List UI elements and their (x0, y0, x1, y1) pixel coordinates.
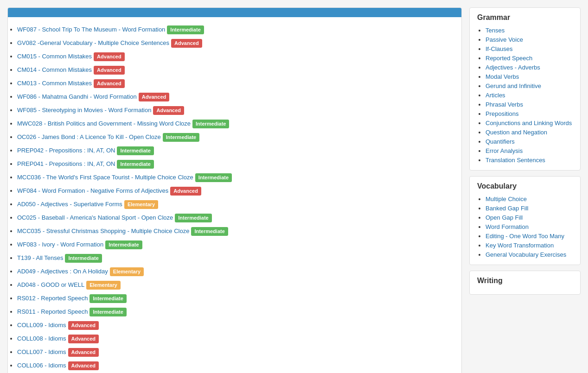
list-item: CM013 - Common MistakesAdvanced (17, 76, 458, 90)
sidebar-link[interactable]: Editing - One Word Too Many (486, 233, 564, 240)
exercise-link[interactable]: MCC035 - Stressful Christmas Shopping - … (17, 228, 189, 234)
sidebar-section-title: Vocabulary (477, 182, 573, 190)
sidebar-link[interactable]: Question and Negation (486, 129, 547, 136)
sidebar-section: VocabularyMultiple ChoiceBanked Gap Fill… (469, 176, 581, 265)
list-item: GV082 -General Vocabulary - Multiple Cho… (17, 36, 458, 50)
level-badge: Advanced (139, 93, 170, 101)
list-item: T139 - All TensesIntermediate (17, 251, 458, 265)
sidebar-link[interactable]: Reported Speech (486, 55, 532, 62)
level-badge: Intermediate (163, 133, 199, 142)
sidebar-list-item: If-Clauses (486, 44, 573, 53)
exercise-link[interactable]: RS012 - Reported Speech (17, 295, 88, 302)
exercise-link[interactable]: COLL009 - Idioms (17, 322, 66, 329)
exercise-link[interactable]: AD049 - Adjectives : On A Holiday (17, 268, 108, 275)
sidebar-link[interactable]: Quantifiers (486, 138, 515, 145)
sidebar-list-item: Quantifiers (486, 137, 573, 146)
exercises-box: WF087 - School Trip To The Museum - Word… (7, 7, 462, 373)
exercise-link[interactable]: CM013 - Common Mistakes (17, 80, 92, 87)
sidebar-list: TensesPassive VoiceIf-ClausesReported Sp… (477, 25, 573, 164)
list-item: AD049 - Adjectives : On A HolidayElement… (17, 265, 458, 278)
exercise-link[interactable]: WF087 - School Trip To The Museum - Word… (17, 26, 165, 33)
exercise-link[interactable]: COLL007 - Idioms (17, 348, 66, 355)
exercise-link[interactable]: OC025 - Baseball - America's National Sp… (17, 214, 173, 221)
level-badge: Elementary (110, 267, 144, 276)
sidebar-link[interactable]: Passive Voice (486, 36, 523, 43)
level-badge: Advanced (68, 335, 99, 343)
exercise-link[interactable]: PREP041 - Prepositions : IN, AT, ON (17, 160, 115, 167)
sidebar-list-item: Editing - One Word Too Many (486, 231, 573, 240)
sidebar-list-item: Conjunctions and Linking Words (486, 118, 573, 127)
sidebar-link[interactable]: Key Word Transformation (486, 242, 554, 249)
exercise-link[interactable]: CM014 - Common Mistakes (17, 66, 92, 73)
level-badge: Intermediate (117, 146, 153, 155)
sidebar-link[interactable]: Open Gap Fill (486, 214, 523, 221)
list-item: CM015 - Common MistakesAdvanced (17, 50, 458, 63)
sidebar-link[interactable]: Articles (486, 92, 505, 99)
sidebar-list-item: Adjectives - Adverbs (486, 63, 573, 72)
level-badge: Elementary (124, 200, 158, 209)
sidebar-link[interactable]: Translation Sentences (486, 157, 545, 164)
list-item: MWC028 - British Politics and Government… (17, 117, 458, 130)
list-item: PREP041 - Prepositions : IN, AT, ONInter… (17, 157, 458, 171)
sidebar-link[interactable]: Word Formation (486, 223, 529, 230)
sidebar-list-item: Phrasal Verbs (486, 100, 573, 109)
sidebar-list-item: Reported Speech (486, 53, 573, 63)
sidebar-section-title: Writing (477, 277, 573, 285)
sidebar-link[interactable]: Error Analysis (486, 147, 523, 154)
level-badge: Advanced (94, 79, 125, 88)
exercise-link[interactable]: CM015 - Common Mistakes (17, 53, 92, 60)
sidebar-list-item: Tenses (486, 25, 573, 35)
list-item: PREP042 - Prepositions : IN, AT, ONInter… (17, 144, 458, 157)
sidebar-link[interactable]: Phrasal Verbs (486, 101, 523, 108)
exercise-link[interactable]: T139 - All Tenses (17, 254, 63, 261)
sidebar-link[interactable]: General Vocabulary Exercises (486, 251, 566, 258)
sidebar-link[interactable]: Gerund and Infinitive (486, 82, 541, 89)
sidebar-link[interactable]: If-Clauses (486, 45, 513, 52)
sidebar-list-item: Banked Gap Fill (486, 203, 573, 213)
level-badge: Advanced (171, 39, 202, 48)
sidebar-list-item: Gerund and Infinitive (486, 81, 573, 90)
sidebar-link[interactable]: Prepositions (486, 110, 519, 117)
exercise-link[interactable]: OC026 - James Bond : A Licence To Kill -… (17, 133, 161, 140)
sidebar-link[interactable]: Adjectives - Adverbs (486, 64, 540, 71)
sidebar-list-item: Error Analysis (486, 146, 573, 155)
exercise-link[interactable]: COLL008 - Idioms (17, 335, 66, 342)
level-badge: Intermediate (192, 120, 229, 128)
level-badge: Intermediate (167, 25, 204, 34)
list-item: MCC035 - Stressful Christmas Shopping - … (17, 224, 458, 238)
list-item: COLL008 - IdiomsAdvanced (17, 332, 458, 345)
list-item: AD048 - GOOD or WELLElementary (17, 278, 458, 291)
level-badge: Intermediate (89, 308, 126, 316)
sidebar-link[interactable]: Modal Verbs (486, 73, 519, 80)
exercise-link[interactable]: WF083 - Ivory - Word Formation (17, 241, 103, 248)
level-badge: Advanced (68, 348, 99, 357)
exercise-link[interactable]: WF085 - Stereotyping in Movies - Word Fo… (17, 107, 151, 114)
list-item: WF087 - School Trip To The Museum - Word… (17, 23, 458, 36)
list-item: MCC036 - The World's First Space Tourist… (17, 171, 458, 184)
exercise-link[interactable]: AD050 - Adjectives - Superlative Forms (17, 201, 122, 208)
sidebar-link[interactable]: Multiple Choice (486, 196, 527, 202)
exercise-link[interactable]: COLL006 - Idioms (17, 362, 66, 369)
sidebar-link[interactable]: Tenses (486, 27, 505, 34)
exercise-link[interactable]: AD048 - GOOD or WELL (17, 281, 84, 288)
level-badge: Intermediate (191, 227, 228, 236)
exercise-link[interactable]: RS011 - Reported Speech (17, 308, 88, 315)
list-item: WF084 - Word Formation - Negative Forms … (17, 184, 458, 197)
sidebar-list-item: Question and Negation (486, 127, 573, 137)
exercise-link[interactable]: GV082 -General Vocabulary - Multiple Cho… (17, 39, 169, 46)
level-badge: Advanced (68, 361, 99, 370)
sidebar-section: GrammarTensesPassive VoiceIf-ClausesRepo… (469, 7, 581, 171)
sidebar-link[interactable]: Banked Gap Fill (486, 205, 529, 212)
exercise-link[interactable]: WF084 - Word Formation - Negative Forms … (17, 187, 168, 194)
sidebar-list-item: Articles (486, 90, 573, 100)
exercises-header (8, 8, 461, 17)
exercise-link[interactable]: PREP042 - Prepositions : IN, AT, ON (17, 147, 115, 154)
level-badge: Advanced (68, 321, 99, 330)
sidebar-section-title: Grammar (477, 13, 573, 22)
exercise-link[interactable]: MWC028 - British Politics and Government… (17, 120, 191, 127)
sidebar-link[interactable]: Conjunctions and Linking Words (486, 120, 572, 126)
level-badge: Intermediate (105, 240, 142, 249)
exercise-link[interactable]: WF086 - Mahatma Gandhi - Word Formation (17, 93, 137, 100)
exercise-link[interactable]: MCC036 - The World's First Space Tourist… (17, 174, 193, 181)
sidebar-list-item: Word Formation (486, 222, 573, 231)
